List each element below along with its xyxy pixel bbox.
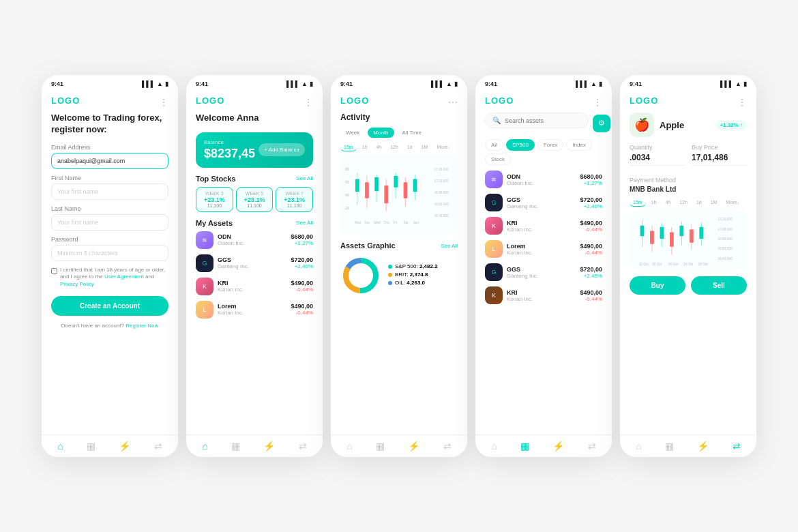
assets-graphic-see-all[interactable]: See All	[441, 243, 458, 249]
nav-home-4[interactable]: ⌂	[491, 441, 497, 452]
stock-chip-1[interactable]: WEEK 5 +23.1% 11,100	[236, 187, 274, 212]
register-now-link[interactable]: Register Now	[125, 323, 158, 329]
asset-row-ggs[interactable]: G GGS Ganteng Inc. $720,00 +2,40%	[196, 254, 313, 272]
trade-mini-1h[interactable]: 1h	[648, 198, 660, 207]
lastname-input[interactable]	[51, 214, 168, 231]
chip-sub-1: 11,100	[241, 203, 268, 208]
search-kri-icon: K	[485, 217, 503, 235]
search-kri2-price: $490,00 -0,44%	[580, 289, 602, 302]
trade-mini-12h[interactable]: 12h	[676, 198, 691, 207]
search-asset-kri2[interactable]: K KRI Korian Inc. $490,00 -0,44%	[485, 286, 602, 304]
add-balance-button[interactable]: + Add Balance	[258, 143, 305, 156]
month-tab[interactable]: Month	[368, 128, 394, 138]
search-ggs2-icon: G	[485, 263, 503, 281]
search-asset-ggs2[interactable]: G GGS Ganteng Inc. $720,00 +2,45%	[485, 263, 602, 281]
create-account-button[interactable]: Create an Account	[51, 296, 168, 316]
menu-dots-2[interactable]: ⋮	[304, 97, 313, 108]
signal-icon-5: ▌▌▌	[720, 80, 733, 87]
alltime-tab[interactable]: All Time	[397, 128, 427, 138]
stock-chip-0[interactable]: WEEK 3 +23.1% 11,100	[196, 187, 233, 212]
nav-chart-5[interactable]: ⚡	[697, 441, 709, 452]
menu-dots-3[interactable]: ⋯	[448, 97, 458, 108]
svg-rect-42	[650, 231, 654, 243]
password-input[interactable]	[51, 245, 168, 261]
mini-1h[interactable]: 1h	[359, 143, 371, 151]
search-asset-kri[interactable]: K KRI Korian Inc. $490,00 -0,44%	[485, 217, 602, 235]
asset-row-lorem[interactable]: L Lorem Korian Inc. $490,00 -0,44%	[196, 301, 313, 319]
payment-value: MNB Bank Ltd	[630, 186, 747, 193]
status-bar-4: 9:41 ▌▌▌ ▲ ▮	[475, 75, 612, 90]
nav-image-3[interactable]: ▦	[376, 441, 385, 452]
filter-forex[interactable]: Forex	[537, 139, 563, 151]
balance-card: Balance $8237,45 + Add Balance	[196, 132, 313, 168]
nav-home-3[interactable]: ⌂	[346, 441, 352, 452]
chart-icon-3: ⚡	[408, 441, 419, 452]
menu-dots-4[interactable]: ⋮	[593, 97, 602, 108]
quantity-value: .0034	[630, 153, 685, 166]
svg-text:40: 40	[345, 193, 349, 197]
mini-1d[interactable]: 1d	[404, 143, 416, 151]
email-input[interactable]	[51, 153, 168, 169]
sell-button[interactable]: Sell	[691, 276, 747, 295]
trade-mini-4h[interactable]: 4h	[662, 198, 674, 207]
svg-rect-12	[365, 182, 369, 198]
trade-mini-1m[interactable]: 1M	[707, 198, 721, 207]
my-assets-see-all[interactable]: See All	[296, 220, 313, 226]
mini-more[interactable]: More↓	[433, 143, 453, 151]
nav-arrows-2[interactable]: ⇄	[299, 441, 307, 452]
search-lorem-icon: L	[485, 240, 503, 258]
trade-mini-more[interactable]: More↓	[722, 198, 742, 207]
filter-index[interactable]: Index	[566, 139, 592, 151]
stock-chip-2[interactable]: WEEK 7 +23.1% 11,100	[276, 187, 313, 212]
firstname-input[interactable]	[51, 183, 168, 200]
nav-arrows-3[interactable]: ⇄	[443, 441, 452, 452]
nav-image-2[interactable]: ▦	[231, 441, 240, 452]
search-asset-lorem[interactable]: L Lorem Korian Inc. $490,00 -0,44%	[485, 240, 602, 258]
chip-label-0: WEEK 3	[201, 191, 228, 196]
kri-info: KRI Korian Inc.	[218, 280, 286, 293]
nav-image-5[interactable]: ▦	[665, 441, 674, 452]
svg-rect-46	[670, 232, 674, 246]
legend-dot-sp500	[388, 265, 392, 269]
search-asset-odn[interactable]: ≋ ODN Odeon Inc. $680,00 +1,27%	[485, 171, 602, 188]
trade-mini-15m[interactable]: 15m	[630, 198, 646, 207]
filter-stock[interactable]: Stock	[485, 153, 511, 165]
nav-arrows-5[interactable]: ⇄	[733, 441, 741, 452]
nav-chart-1[interactable]: ⚡	[119, 441, 130, 452]
nav-chart-2[interactable]: ⚡	[263, 441, 275, 452]
legend-label-brit: BRIT: 2,374.8	[395, 271, 428, 278]
mini-1m[interactable]: 1M	[418, 143, 432, 151]
mini-15m[interactable]: 15m	[340, 143, 357, 151]
buy-button[interactable]: Buy	[630, 276, 685, 295]
trade-mini-1d[interactable]: 1d	[693, 198, 705, 207]
menu-dots-1[interactable]: ⋮	[159, 97, 168, 108]
nav-chart-4[interactable]: ⚡	[552, 441, 564, 452]
search-input[interactable]	[505, 117, 581, 124]
nav-image-4[interactable]: ▦	[520, 441, 529, 452]
filter-all[interactable]: All	[485, 139, 503, 151]
asset-row-kri[interactable]: K KRI Korian Inc. $490,00 -0,44%	[196, 278, 313, 295]
dashboard-header: LOGO ⋮	[196, 95, 313, 108]
nav-home-1[interactable]: ⌂	[57, 441, 63, 452]
week-tab[interactable]: Week	[340, 128, 365, 138]
search-asset-ggs[interactable]: G GGS Gameng Inc. $720,00 +2,40%	[485, 194, 602, 211]
terms-checkbox[interactable]	[51, 268, 57, 274]
trade-screen-header: LOGO ⋮	[630, 95, 747, 108]
bottom-nav-2: ⌂ ▦ ⚡ ⇄	[186, 434, 323, 457]
mini-4h[interactable]: 4h	[372, 143, 385, 151]
menu-dots-5[interactable]: ⋮	[737, 97, 747, 108]
nav-chart-3[interactable]: ⚡	[408, 441, 419, 452]
activity-chart: 80 60 40 20 17,20,000 17,00,000 16,80,00…	[340, 154, 458, 236]
nav-arrows-4[interactable]: ⇄	[588, 441, 596, 452]
lastname-label: Last Name	[51, 205, 168, 212]
asset-row-odn[interactable]: ≋ ODN Odeon Inc. $680,00 +1,27%	[196, 231, 313, 249]
top-stocks-see-all[interactable]: See All	[296, 175, 313, 181]
nav-image-1[interactable]: ▦	[87, 441, 95, 452]
nav-home-5[interactable]: ⌂	[636, 441, 641, 452]
nav-home-2[interactable]: ⌂	[202, 441, 207, 452]
filter-button[interactable]: ⚙	[593, 115, 610, 132]
password-label: Password	[51, 236, 168, 243]
filter-sp500[interactable]: SP500	[506, 139, 535, 151]
mini-12h[interactable]: 12h	[387, 143, 402, 151]
nav-arrows-1[interactable]: ⇄	[154, 441, 162, 452]
